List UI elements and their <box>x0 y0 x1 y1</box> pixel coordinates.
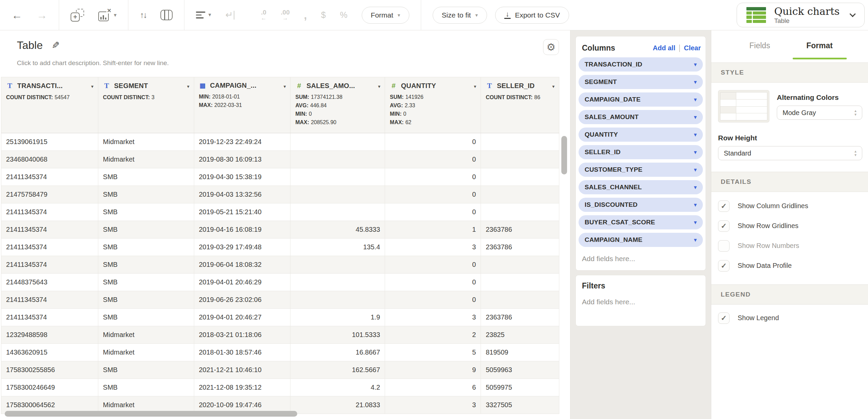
chart-settings-button[interactable]: ⚙ <box>543 39 559 55</box>
cell-sales-amount[interactable] <box>290 186 385 203</box>
add-all-link[interactable]: Add all <box>653 44 675 52</box>
cell-quantity[interactable]: 0 <box>385 186 481 203</box>
cell-campaign-date[interactable]: 2019-04-01 20:46:29 <box>194 274 291 291</box>
cell-transaction-id[interactable]: 21411345374 <box>1 239 98 256</box>
cell-transaction-id[interactable]: 12329488598 <box>1 326 98 343</box>
align-button[interactable]: ▾ <box>196 11 211 18</box>
horizontal-scrollbar[interactable] <box>5 411 297 417</box>
cell-campaign-date[interactable]: 2018-03-21 01:18:06 <box>194 326 291 343</box>
column-header[interactable]: T SELLER_ID ▾ COUNT DISTINCT:86 <box>481 77 559 133</box>
detail-option-row[interactable]: ✓ Show Column Gridlines <box>718 196 861 216</box>
cell-seller-id[interactable]: 3327505 <box>481 396 559 414</box>
pill-menu-caret-icon[interactable]: ▾ <box>694 219 697 226</box>
cell-transaction-id[interactable]: 21411345374 <box>1 309 98 326</box>
export-csv-button[interactable]: ↓ Export to CSV <box>495 7 569 24</box>
delete-chart-button[interactable]: ✕ ▾ <box>98 9 117 21</box>
cell-transaction-id[interactable]: 23468040068 <box>1 151 98 168</box>
table-row[interactable]: 12329488598 Midmarket 2018-03-21 01:18:0… <box>1 326 559 344</box>
chart-description-placeholder[interactable]: Click to add chart description. Shift-en… <box>17 59 169 67</box>
sort-icon[interactable]: ↑↓ <box>140 10 146 20</box>
cell-sales-amount[interactable] <box>290 291 385 308</box>
add-chart-element-button[interactable]: + <box>71 9 84 22</box>
cell-segment[interactable]: SMB <box>98 379 194 396</box>
cell-transaction-id[interactable]: 21411345374 <box>1 256 98 273</box>
cell-transaction-id[interactable]: 21448375643 <box>1 274 98 291</box>
row-height-select[interactable]: Standard ▲▼ <box>718 146 862 160</box>
cell-seller-id[interactable] <box>481 186 559 203</box>
cell-campaign-date[interactable]: 2019-06-04 18:08:32 <box>194 256 291 273</box>
cell-transaction-id[interactable]: 21475758479 <box>1 186 98 203</box>
cell-segment[interactable]: SMB <box>98 309 194 326</box>
cell-seller-id[interactable]: 819509 <box>481 344 559 361</box>
cell-segment[interactable]: Midmarket <box>98 326 194 343</box>
cell-quantity[interactable]: 0 <box>385 151 481 168</box>
cell-seller-id[interactable]: 5059975 <box>481 379 559 396</box>
cell-transaction-id[interactable]: 1758300246649 <box>1 379 98 396</box>
cell-sales-amount[interactable] <box>290 133 385 150</box>
cell-campaign-date[interactable]: 2019-04-30 15:38:19 <box>194 168 291 186</box>
column-menu-caret-icon[interactable]: ▾ <box>283 84 286 89</box>
detail-option-row[interactable]: ✓ Show Row Gridlines <box>718 216 861 236</box>
cell-sales-amount[interactable]: 16.8667 <box>290 344 385 361</box>
pill-menu-caret-icon[interactable]: ▾ <box>694 131 697 138</box>
table-row[interactable]: 21411345374 SMB 2019-06-04 18:08:32 0 <box>1 256 559 274</box>
pill-menu-caret-icon[interactable]: ▾ <box>694 184 697 191</box>
cell-segment[interactable]: SMB <box>98 256 194 273</box>
pill-menu-caret-icon[interactable]: ▾ <box>694 166 697 173</box>
pill-menu-caret-icon[interactable]: ▾ <box>694 61 697 68</box>
cell-seller-id[interactable] <box>481 274 559 291</box>
column-field-pill[interactable]: SALES_CHANNEL ▾ <box>579 180 703 194</box>
panel-tab[interactable]: Format <box>790 30 849 61</box>
cell-transaction-id[interactable]: 1758300255856 <box>1 361 98 379</box>
chart-type-picker[interactable]: Quick charts Table <box>737 3 865 27</box>
pill-menu-caret-icon[interactable]: ▾ <box>694 79 697 86</box>
table-row[interactable]: 1758300246649 SMB 2021-12-08 19:35:12 4.… <box>1 379 559 396</box>
cell-quantity[interactable]: 0 <box>385 274 481 291</box>
cell-segment[interactable]: SMB <box>98 221 194 238</box>
table-row[interactable]: 21411345374 SMB 2019-04-01 20:46:27 1.9 … <box>1 309 559 326</box>
cell-seller-id[interactable] <box>481 291 559 308</box>
checkbox[interactable]: ✓ <box>718 240 730 252</box>
table-row[interactable]: 21475758479 SMB 2019-04-03 13:32:56 0 <box>1 186 559 203</box>
cell-segment[interactable]: Midmarket <box>98 344 194 361</box>
cell-campaign-date[interactable]: 2019-04-03 13:32:56 <box>194 186 291 203</box>
checkbox[interactable]: ✓ <box>718 260 730 272</box>
cell-seller-id[interactable]: 2363786 <box>481 309 559 326</box>
chart-title[interactable]: Table <box>17 39 43 52</box>
cell-campaign-date[interactable]: 2019-12-23 22:49:24 <box>194 133 291 150</box>
cell-quantity[interactable]: 5 <box>385 344 481 361</box>
format-dropdown-button[interactable]: Format ▾ <box>362 7 409 24</box>
cell-transaction-id[interactable]: 21411345374 <box>1 221 98 238</box>
cell-segment[interactable]: SMB <box>98 186 194 203</box>
cell-quantity[interactable]: 6 <box>385 379 481 396</box>
filters-add-fields-dropzone[interactable]: Add fields here... <box>582 290 699 306</box>
cell-transaction-id[interactable]: 21411345374 <box>1 203 98 221</box>
column-header[interactable]: T TRANSACTI... ▾ COUNT DISTINCT:54547 <box>1 77 98 133</box>
cell-campaign-date[interactable]: 2019-06-26 23:02:06 <box>194 291 291 308</box>
cell-quantity[interactable]: 1 <box>385 221 481 238</box>
cell-sales-amount[interactable]: 4.2 <box>290 379 385 396</box>
column-field-pill[interactable]: IS_DISCOUNTED ▾ <box>579 198 703 212</box>
cell-campaign-date[interactable]: 2021-12-21 10:46:10 <box>194 361 291 379</box>
vertical-scrollbar[interactable] <box>561 136 567 174</box>
size-to-fit-button[interactable]: Size to fit ▾ <box>433 7 487 24</box>
legend-option-row[interactable]: ✓ Show Legend <box>718 308 861 328</box>
column-field-pill[interactable]: CAMPAIGN_NAME ▾ <box>579 233 703 247</box>
table-row[interactable]: 21411345374 SMB 2019-06-26 23:02:06 0 <box>1 291 559 309</box>
cell-quantity[interactable]: 2 <box>385 326 481 343</box>
cell-sales-amount[interactable] <box>290 203 385 221</box>
alternating-colors-select[interactable]: Mode Gray ▲▼ <box>777 106 862 120</box>
cell-campaign-date[interactable]: 2019-05-21 15:21:40 <box>194 203 291 221</box>
checkbox[interactable]: ✓ <box>718 200 730 212</box>
table-row[interactable]: 23468040068 Midmarket 2019-08-30 16:09:1… <box>1 151 559 168</box>
cell-seller-id[interactable]: 5059963 <box>481 361 559 379</box>
cell-quantity[interactable]: 3 <box>385 239 481 256</box>
column-header[interactable]: ▦ CAMPAIGN_... ▾ MIN:2018-01-01 <box>194 77 291 133</box>
table-row[interactable]: 14363620915 Midmarket 2018-01-30 18:57:4… <box>1 344 559 361</box>
cell-transaction-id[interactable]: 21411345374 <box>1 291 98 308</box>
cell-sales-amount[interactable]: 101.5333 <box>290 326 385 343</box>
cell-transaction-id[interactable]: 14363620915 <box>1 344 98 361</box>
cell-sales-amount[interactable]: 162.5667 <box>290 361 385 379</box>
cell-segment[interactable]: SMB <box>98 291 194 308</box>
cell-segment[interactable]: SMB <box>98 203 194 221</box>
